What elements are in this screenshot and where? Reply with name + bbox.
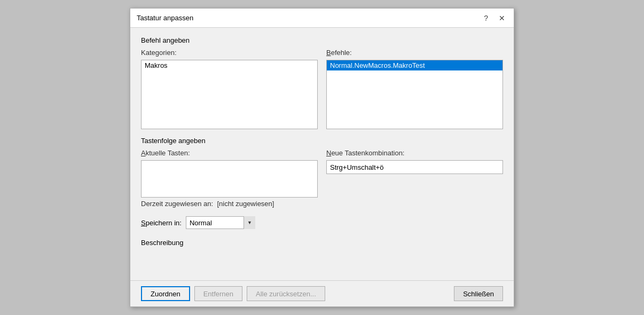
befehl-section-title: Befehl angeben	[141, 36, 503, 44]
save-select-wrapper: Normal ▼	[186, 216, 255, 229]
alle-zuruecksetzen-button[interactable]: Alle zurücksetzen...	[247, 286, 325, 301]
dialog-body: Befehl angeben Kategorien: Makros Befehl…	[130, 28, 514, 280]
befehle-item-makrotest[interactable]: Normal.NewMacros.MakroTest	[327, 60, 502, 70]
help-button[interactable]: ?	[482, 13, 490, 23]
neue-kombination-label: Neue Tastenkombination:	[326, 149, 503, 157]
tastenfolge-columns: Aktuelle Tasten: Neue Tastenkombination:	[141, 149, 503, 198]
kategorien-label: Kategorien:	[141, 49, 318, 57]
save-label: Speichern in:	[141, 219, 182, 227]
befehle-label: Befehle:	[326, 49, 503, 57]
entfernen-button[interactable]: Entfernen	[194, 286, 242, 301]
assigned-label: Derzeit zugewiesen an:	[141, 200, 213, 208]
kategorien-column: Kategorien: Makros	[141, 49, 318, 129]
befehl-section: Befehl angeben Kategorien: Makros Befehl…	[141, 36, 503, 129]
aktuelle-tasten-label: Aktuelle Tasten:	[141, 149, 318, 157]
beschreibung-label: Beschreibung	[141, 239, 503, 247]
assigned-row: Derzeit zugewiesen an: [nicht zugewiesen…	[141, 200, 503, 208]
aktuelle-tasten-listbox[interactable]	[141, 160, 318, 198]
befehl-columns: Kategorien: Makros Befehle: Normal.NewMa…	[141, 49, 503, 129]
schliessen-button[interactable]: Schließen	[454, 286, 503, 301]
titlebar-buttons: ? ✕	[482, 13, 507, 23]
beschreibung-section: Beschreibung	[141, 237, 503, 247]
close-button[interactable]: ✕	[497, 13, 507, 23]
befehle-listbox[interactable]: Normal.NewMacros.MakroTest	[326, 60, 503, 129]
dialog-tastatur-anpassen: Tastatur anpassen ? ✕ Befehl angeben Kat…	[130, 8, 514, 307]
dialog-titlebar: Tastatur anpassen ? ✕	[130, 9, 514, 28]
assigned-value: [nicht zugewiesen]	[217, 200, 274, 208]
dialog-footer: Zuordnen Entfernen Alle zurücksetzen... …	[130, 280, 514, 306]
tastenfolge-section: Tastenfolge angeben Aktuelle Tasten: Neu…	[141, 137, 503, 208]
save-row: Speichern in: Normal ▼	[141, 216, 503, 229]
zuordnen-button[interactable]: Zuordnen	[141, 286, 190, 301]
neue-kombination-input[interactable]	[326, 160, 503, 174]
aktuelle-tasten-column: Aktuelle Tasten:	[141, 149, 318, 198]
befehle-column: Befehle: Normal.NewMacros.MakroTest	[326, 49, 503, 129]
kategorien-listbox[interactable]: Makros	[141, 60, 318, 129]
save-select[interactable]: Normal	[186, 216, 255, 229]
dialog-title: Tastatur anpassen	[137, 14, 193, 22]
neue-kombination-column: Neue Tastenkombination:	[326, 149, 503, 198]
tastenfolge-section-title: Tastenfolge angeben	[141, 137, 503, 145]
kategorien-item-makros[interactable]: Makros	[142, 60, 317, 70]
